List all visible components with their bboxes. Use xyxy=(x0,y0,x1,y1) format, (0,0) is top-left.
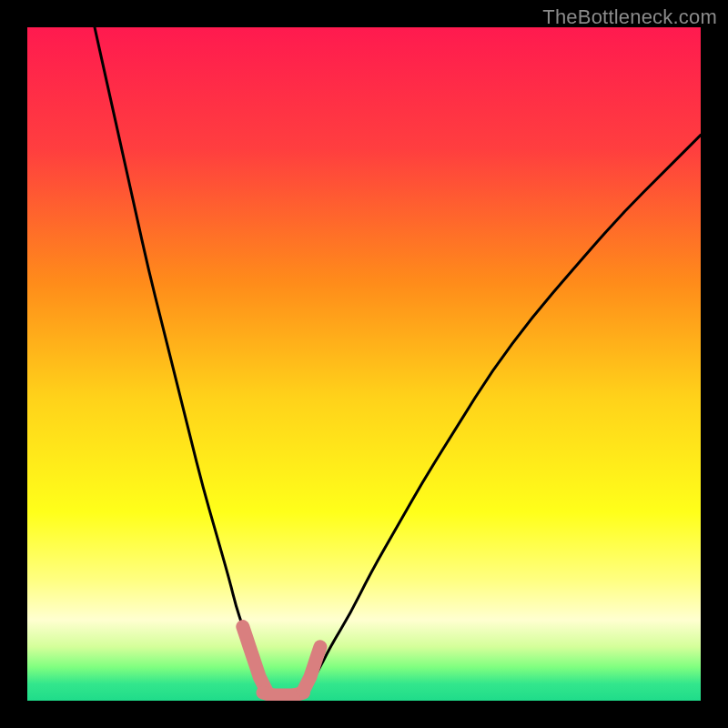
right-curve xyxy=(303,135,701,693)
marker-right-ascent xyxy=(303,647,320,691)
plot-area xyxy=(27,27,701,701)
marker-left-descent xyxy=(243,627,267,691)
left-curve xyxy=(95,27,269,694)
chart-frame: TheBottleneck.com xyxy=(0,0,728,728)
watermark-text: TheBottleneck.com xyxy=(542,5,717,29)
curves-layer xyxy=(27,27,701,701)
